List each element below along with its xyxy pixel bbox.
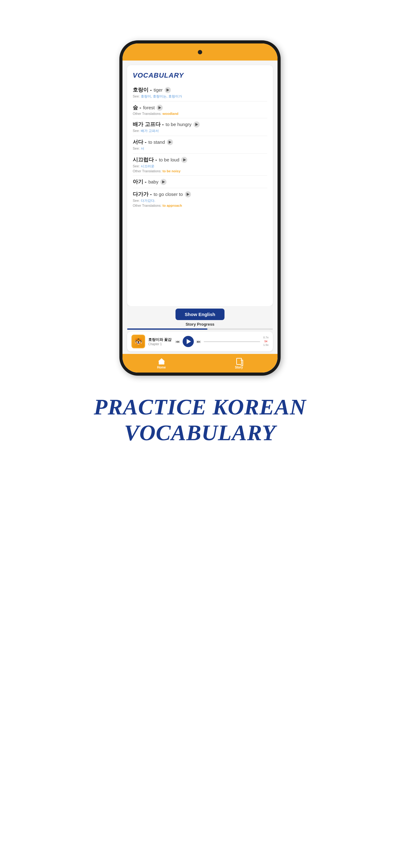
story-icon	[236, 358, 242, 365]
vocab-korean: 다가가 -	[133, 191, 152, 198]
vocab-item: 아기 - baby	[133, 176, 267, 188]
audio-info: 호랑이와 꽃감 Chapter 1	[148, 337, 171, 346]
bottom-nav: Home Story	[123, 354, 277, 373]
play-audio-button[interactable]	[181, 157, 187, 163]
vocab-see-line: See: 배가 고파서	[133, 128, 267, 133]
vocab-main-line: 서다 - to stand	[133, 138, 267, 146]
vocab-see-line: See: 호랑이, 호랑이는, 호랑이가	[133, 94, 267, 99]
vocab-item: 숲 - forestOther Translations: woodland	[133, 101, 267, 118]
vocab-item: 호랑이 - tigerSee: 호랑이, 호랑이는, 호랑이가	[133, 84, 267, 101]
vocab-main-line: 호랑이 - tiger	[133, 86, 267, 93]
vocab-main-line: 배가 고프다 - to be hungry	[133, 121, 267, 128]
show-english-button[interactable]: Show English	[175, 309, 225, 320]
vocab-korean: 시끄럽다 -	[133, 156, 157, 163]
home-icon	[158, 358, 165, 365]
vocab-english: to go closer to	[154, 191, 182, 197]
vocab-other-line: Other Translations: woodland	[133, 112, 267, 116]
vocab-other-text: woodland	[163, 112, 178, 116]
vocab-korean: 호랑이 -	[133, 86, 152, 93]
phone-content: VOCABULARY 호랑이 - tigerSee: 호랑이, 호랑이는, 호랑…	[123, 61, 277, 373]
tagline-section: Practice korean vocabulary	[69, 394, 331, 446]
play-audio-button[interactable]	[185, 191, 191, 197]
vocab-korean: 숲 -	[133, 104, 141, 111]
audio-title: 호랑이와 꽃감	[148, 337, 171, 342]
story-icon-wrapper	[235, 358, 243, 365]
rewind-button[interactable]: ⏮	[174, 338, 181, 345]
vocab-other-line: Other Translations: to be noisy	[133, 169, 267, 173]
vocab-korean: 서다 -	[133, 138, 146, 146]
speed-0.7x[interactable]: 0.7x	[263, 336, 269, 340]
audio-controls: ⏮ ⏭	[174, 336, 260, 347]
vocab-other-text: to approach	[163, 204, 182, 207]
vocab-see-text: 호랑이, 호랑이는, 호랑이가	[141, 94, 182, 98]
tagline-line2: vocabulary	[124, 420, 276, 445]
vocab-korean: 아기 -	[133, 178, 146, 185]
play-audio-button[interactable]	[157, 104, 163, 111]
audio-thumbnail-icon: 🐯	[132, 336, 144, 347]
vocab-see-text: 배가 고파서	[141, 129, 159, 132]
vocab-title: VOCABULARY	[133, 71, 267, 80]
phone-top-bar	[123, 43, 277, 61]
phone-screen: VOCABULARY 호랑이 - tigerSee: 호랑이, 호랑이는, 호랑…	[123, 43, 277, 373]
play-audio-button[interactable]	[167, 139, 173, 145]
vocab-english: to stand	[148, 140, 165, 145]
audio-speed-selector[interactable]: 0.7x 1x 1.5x	[263, 336, 269, 347]
vocab-main-line: 숲 - forest	[133, 104, 267, 111]
story-progress-label: Story Progress	[127, 322, 273, 327]
phone-wrapper: VOCABULARY 호랑이 - tigerSee: 호랑이, 호랑이는, 호랑…	[120, 40, 280, 376]
vocab-items-container: 호랑이 - tigerSee: 호랑이, 호랑이는, 호랑이가숲 - fores…	[133, 84, 267, 210]
vocab-see-line: See: 서	[133, 146, 267, 151]
vocab-item: 서다 - to standSee: 서	[133, 136, 267, 154]
story-label: Story	[235, 366, 243, 369]
bottom-section: Show English Story Progress	[123, 306, 277, 332]
vocab-english: to be hungry	[166, 122, 191, 127]
vocab-main-line: 아기 - baby	[133, 178, 267, 185]
progress-bar	[127, 329, 273, 330]
speed-1.5x[interactable]: 1.5x	[263, 343, 269, 347]
vocab-see-text: 시끄러운	[141, 164, 155, 168]
vocab-korean: 배가 고프다 -	[133, 121, 164, 128]
phone-outer: VOCABULARY 호랑이 - tigerSee: 호랑이, 호랑이는, 호랑…	[120, 40, 280, 376]
audio-thumbnail: 🐯	[131, 335, 145, 348]
vocab-item: 시끄럽다 - to be loudSee: 시끄러운Other Translat…	[133, 154, 267, 176]
vocab-see-line: See: 다가갔다.	[133, 198, 267, 203]
forward-button[interactable]: ⏭	[196, 338, 202, 345]
progress-bar-fill	[127, 329, 207, 330]
vocab-see-line: See: 시끄러운	[133, 164, 267, 168]
play-audio-button[interactable]	[160, 179, 167, 185]
vocab-english: baby	[148, 179, 159, 184]
audio-subtitle: Chapter 1	[148, 342, 171, 346]
vocab-english: to be loud	[159, 157, 179, 162]
vocab-main-line: 다가가 - to go closer to	[133, 191, 267, 198]
vocabulary-section: VOCABULARY 호랑이 - tigerSee: 호랑이, 호랑이는, 호랑…	[127, 65, 273, 306]
vocab-other-text: to be noisy	[163, 169, 180, 173]
tagline-text: Practice korean vocabulary	[94, 394, 306, 446]
audio-player: 🐯 호랑이와 꽃감 Chapter 1 ⏮ ⏭ 0.7x 1x	[127, 332, 273, 351]
nav-story[interactable]: Story	[235, 358, 243, 369]
vocab-main-line: 시끄럽다 - to be loud	[133, 156, 267, 163]
play-audio-button[interactable]	[194, 121, 200, 128]
vocab-english: tiger	[154, 87, 163, 93]
nav-home[interactable]: Home	[157, 358, 166, 369]
play-button[interactable]	[182, 336, 194, 347]
speed-1x[interactable]: 1x	[264, 340, 267, 343]
play-audio-button[interactable]	[165, 87, 171, 93]
vocab-item: 다가가 - to go closer toSee: 다가갔다.Other Tra…	[133, 188, 267, 210]
vocab-see-text: 서	[141, 147, 144, 150]
vocab-see-text: 다가갔다.	[141, 199, 155, 203]
vocab-item: 배가 고프다 - to be hungrySee: 배가 고파서	[133, 118, 267, 136]
tagline-line1: Practice korean	[94, 395, 306, 420]
audio-progress-bar[interactable]	[204, 341, 260, 342]
home-icon-shape	[158, 358, 165, 365]
camera-dot	[198, 50, 202, 54]
vocab-other-line: Other Translations: to approach	[133, 204, 267, 207]
vocab-english: forest	[143, 105, 155, 110]
home-label: Home	[157, 366, 166, 369]
